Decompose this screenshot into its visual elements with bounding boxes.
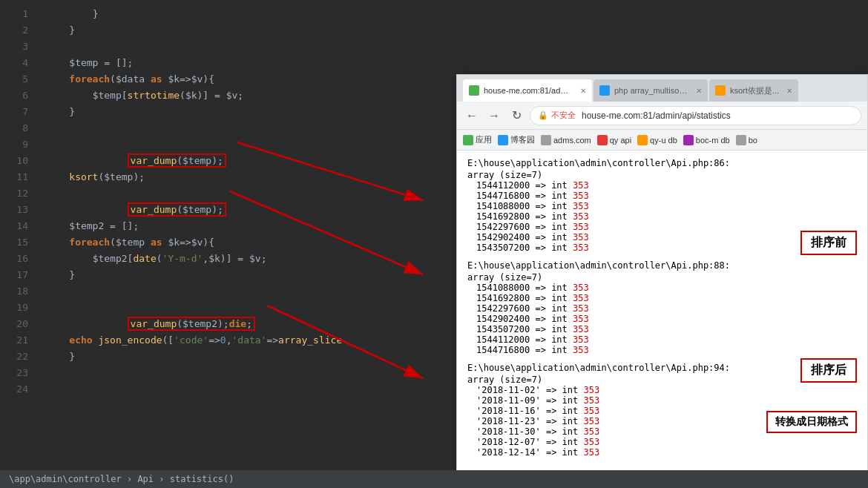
- browser-tab-active[interactable]: house-me.com:81/admin/a... ✕: [463, 79, 592, 102]
- output-line-2-1: 1541088000 => int 353: [467, 283, 857, 293]
- bookmark-blog[interactable]: 博客园: [498, 134, 535, 145]
- breadcrumb: \app\admin\controller › Api › statistics…: [9, 474, 234, 484]
- tab-favicon-1: [469, 85, 479, 96]
- bookmark-icon-bo: [736, 135, 746, 145]
- output-line-1-7: 1543507200 => int 353: [467, 243, 857, 253]
- browser-tab-2[interactable]: php array_multisort二维数... ✕: [594, 79, 708, 102]
- output-line-2-3: 1542297600 => int 353: [467, 303, 857, 314]
- output-path-2: E:\house\application\admin\controller\Ap…: [467, 260, 857, 271]
- bookmark-icon-bocmdb: [683, 135, 694, 145]
- output-array-1: array (size=7): [467, 170, 857, 180]
- bookmark-label-bocmdb: boc-m db: [696, 136, 730, 145]
- highlight-var-dump-1: var_dump($temp);: [128, 154, 226, 168]
- tab-label-1: house-me.com:81/admin/a...: [484, 86, 573, 95]
- output-section-2: E:\house\application\admin\controller\Ap…: [467, 260, 857, 355]
- browser-tab-3[interactable]: ksort依据是... ✕: [709, 79, 798, 102]
- tab-close-1[interactable]: ✕: [580, 87, 586, 95]
- output-line-3-2: '2018-11-09' => int 353: [467, 395, 857, 406]
- bookmark-icon-blog: [498, 135, 508, 145]
- output-line-1-3: 1541088000 => int 353: [467, 201, 857, 211]
- output-path-3: E:\house\application\admin\controller\Ap…: [467, 363, 857, 373]
- bookmark-label-qyudb: qy-u db: [650, 136, 677, 145]
- output-line-1-5: 1542297600 => int 353: [467, 222, 857, 232]
- output-line-2-6: 1544112000 => int 353: [467, 334, 857, 345]
- status-bar: \app\admin\controller › Api › statistics…: [0, 470, 868, 488]
- annotation-before-sort: 排序前: [800, 231, 857, 255]
- tab-label-2: php array_multisort二维数...: [614, 85, 688, 96]
- output-line-2-4: 1542902400 => int 353: [467, 314, 857, 324]
- address-text: house-me.com:81/admin/api/statistics: [582, 111, 731, 121]
- tab-label-3: ksort依据是...: [730, 85, 779, 96]
- output-array-3: array (size=7): [467, 375, 857, 385]
- browser-toolbar: ← → ↻ 🔒 不安全 house-me.com:81/admin/api/st…: [457, 102, 867, 130]
- reload-button[interactable]: ↻: [507, 107, 525, 125]
- bookmark-icon-qyapi: [597, 135, 608, 145]
- bookmark-icon-qyudb: [637, 135, 648, 145]
- bookmark-bo[interactable]: bo: [736, 135, 757, 145]
- output-line-2-5: 1543507200 => int 353: [467, 324, 857, 334]
- bookmark-adms[interactable]: adms.com: [541, 135, 591, 145]
- output-array-2: array (size=7): [467, 272, 857, 283]
- annotation-after-sort: 排序后: [800, 358, 857, 383]
- editor-area: 1 2 3 4 5 6 7 8 9 10 11 12 13 14 15 16 1…: [0, 0, 868, 470]
- bookmark-icon-apps: [463, 135, 473, 145]
- output-line-1-1: 1544112000 => int 353: [467, 180, 857, 191]
- bookmarks-bar: 应用 博客园 adms.com qy api qy-u db boc-m db: [457, 130, 867, 151]
- bookmark-bocmdb[interactable]: boc-m db: [683, 135, 730, 145]
- output-line-1-4: 1541692800 => int 353: [467, 211, 857, 222]
- output-path-1: E:\house\application\admin\controller\Ap…: [467, 158, 857, 168]
- output-line-3-1: '2018-11-02' => int 353: [467, 385, 857, 395]
- output-line-3-7: '2018-12-14' => int 353: [467, 447, 857, 458]
- bookmark-qyudb[interactable]: qy-u db: [637, 135, 677, 145]
- tab-close-3[interactable]: ✕: [786, 87, 792, 95]
- output-line-2-2: 1541692800 => int 353: [467, 293, 857, 303]
- bookmark-qyapi[interactable]: qy api: [597, 135, 631, 145]
- output-line-1-2: 1544716800 => int 353: [467, 191, 857, 201]
- insecure-label: 不安全: [551, 110, 576, 121]
- bookmark-label-bo: bo: [749, 136, 757, 145]
- back-button[interactable]: ←: [463, 107, 481, 125]
- code-editor: 1 2 3 4 5 6 7 8 9 10 11 12 13 14 15 16 1…: [0, 0, 456, 470]
- annotation-date-format: 转换成日期格式: [766, 411, 857, 433]
- browser-window: house-me.com:81/admin/a... ✕ php array_m…: [456, 74, 868, 470]
- output-section-3: E:\house\application\admin\controller\Ap…: [467, 363, 857, 458]
- tab-close-2[interactable]: ✕: [696, 87, 702, 95]
- forward-button[interactable]: →: [485, 107, 503, 125]
- bookmark-apps[interactable]: 应用: [463, 134, 492, 145]
- bookmark-label-qyapi: qy api: [610, 136, 631, 145]
- code-content: } } $temp = []; foreach($data as $k=>$v)…: [37, 0, 456, 470]
- lock-icon: 🔒: [538, 111, 548, 120]
- bookmark-icon-adms: [541, 135, 551, 145]
- browser-content: E:\house\application\admin\controller\Ap…: [457, 151, 867, 470]
- highlight-var-dump-3: var_dump($temp2);die;: [128, 317, 255, 331]
- highlight-var-dump-2: var_dump($temp);: [128, 202, 226, 217]
- bookmark-label-apps: 应用: [476, 134, 492, 145]
- tab-favicon-3: [715, 85, 726, 96]
- address-bar[interactable]: 🔒 不安全 house-me.com:81/admin/api/statisti…: [530, 106, 861, 125]
- line-numbers: 1 2 3 4 5 6 7 8 9 10 11 12 13 14 15 16 1…: [0, 0, 37, 470]
- output-section-1: E:\house\application\admin\controller\Ap…: [467, 158, 857, 253]
- bookmark-label-adms: adms.com: [553, 136, 591, 145]
- tab-favicon-2: [599, 85, 610, 96]
- bookmark-label-blog: 博客园: [510, 134, 535, 145]
- browser-tabs: house-me.com:81/admin/a... ✕ php array_m…: [457, 75, 867, 102]
- output-line-3-6: '2018-12-07' => int 353: [467, 437, 857, 447]
- output-line-2-7: 1544716800 => int 353: [467, 345, 857, 355]
- output-line-1-6: 1542902400 => int 353: [467, 232, 857, 243]
